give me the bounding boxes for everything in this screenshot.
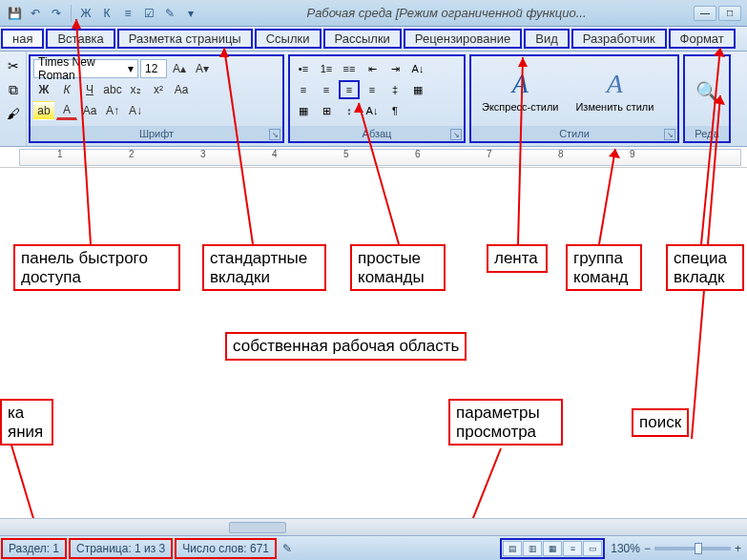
change-styles-label: Изменить стили [575,101,654,113]
annot-view-params: параметры просмотра [448,399,563,446]
spacing-button[interactable]: ↕ [339,101,360,120]
annot-special: специа вкладк [666,244,744,291]
quick-access-toolbar: 💾 ↶ ↷ Ж К ≡ ☑ ✎ ▾ [6,5,199,22]
window-controls: — □ [694,6,741,21]
save-icon[interactable]: 💾 [6,5,23,22]
status-section[interactable]: Раздел: 1 [1,538,67,559]
tab-page-layout[interactable]: Разметка страницы [117,29,253,49]
ribbon: ✂ ⧉ 🖌 Times New Roman▾ 12 A▴ A▾ Ж К Ч ab… [0,52,747,147]
status-page[interactable]: Страница: 1 из 3 [69,538,173,559]
spelling-icon[interactable]: ✎ [161,5,178,22]
tab-label: Ссылки [266,31,310,46]
grow-font-icon[interactable]: A▴ [169,59,190,78]
align-center-button[interactable]: ≡ [316,80,337,99]
cut-icon[interactable]: ✂ [2,55,25,76]
paragraph-launcher-icon[interactable]: ↘ [450,129,462,140]
zoom-out-button[interactable]: − [644,542,651,555]
status-words[interactable]: Число слов: 671 [175,538,277,559]
ruler-tick: 5 [343,149,349,159]
ruler-tick: 3 [200,149,206,159]
full-reading-view-button[interactable]: ▥ [523,541,542,556]
font-group: Times New Roman▾ 12 A▴ A▾ Ж К Ч abc x₂ x… [29,54,284,143]
print-layout-view-button[interactable]: ▤ [503,541,522,556]
outline-view-button[interactable]: ≡ [563,541,582,556]
tab-label: Рецензирование [415,31,510,46]
grow-font2-button[interactable]: A↑ [102,101,123,120]
font-size-combo[interactable]: 12 [140,59,167,78]
scrollbar-thumb[interactable] [229,522,286,533]
zoom-thumb[interactable] [695,543,702,554]
tab-review[interactable]: Рецензирование [404,29,522,49]
highlight-button[interactable]: ab [33,101,54,120]
font-launcher-icon[interactable]: ↘ [269,129,280,140]
strike-button[interactable]: abc [102,80,123,99]
line-spacing-button[interactable]: ‡ [384,80,405,99]
find-icon[interactable]: 🔍 [695,80,719,103]
list-icon[interactable]: ≡ [119,5,136,22]
annot-search: поиск [632,408,689,437]
ruler-tick: 4 [272,149,278,159]
bold-icon[interactable]: Ж [77,5,94,22]
styles-launcher-icon[interactable]: ↘ [664,129,675,140]
tab-developer[interactable]: Разработчик [571,29,667,49]
tab-home[interactable]: ная [1,29,44,49]
sort-button[interactable]: A↓ [407,59,428,78]
indent-inc-button[interactable]: ⇥ [384,59,405,78]
web-layout-view-button[interactable]: ▦ [543,541,562,556]
maximize-button[interactable]: □ [718,6,741,21]
tab-mailings[interactable]: Рассылки [323,29,402,49]
font-color-button[interactable]: A [56,101,77,120]
italic-icon[interactable]: К [98,5,115,22]
multilevel-button[interactable]: ≡≡ [339,59,360,78]
underline-button[interactable]: Ч [79,80,100,99]
zoom-in-button[interactable]: + [735,542,741,555]
window-title: Рабочая среда [Режим ограниченной функци… [199,6,694,20]
fill-button[interactable]: ⊞ [316,101,337,120]
annot-ribbon: лента [487,244,548,273]
change-styles-button[interactable]: A Изменить стили [568,59,661,123]
format-painter-icon[interactable]: 🖌 [2,103,25,124]
shrink-font2-button[interactable]: A↓ [125,101,146,120]
tab-label: Рассылки [335,31,390,46]
change-styles-glyph-icon: A [607,69,623,99]
annot-workarea: собственная рабочая область [225,332,467,361]
font-name-combo[interactable]: Times New Roman▾ [33,59,138,78]
tab-references[interactable]: Ссылки [255,29,322,49]
editing-group: 🔍 Реда [683,54,731,143]
justify-button[interactable]: ≡ [362,80,383,99]
clear-format-button[interactable]: Aa [79,101,100,120]
shrink-font-icon[interactable]: A▾ [192,59,213,78]
tab-format[interactable]: Формат [669,29,736,49]
sort2-button[interactable]: A↓ [362,101,383,120]
horizontal-scrollbar[interactable] [0,518,747,535]
shading-button[interactable]: ▦ [407,80,428,99]
align-right-button[interactable]: ≡ [339,80,360,99]
align-left-button[interactable]: ≡ [293,80,314,99]
quick-styles-button[interactable]: A Экспресс-стили [474,59,566,123]
tab-insert[interactable]: Вставка [46,29,114,49]
tab-view[interactable]: Вид [524,29,570,49]
horizontal-ruler[interactable]: 1 2 3 4 5 6 7 8 9 [0,147,747,168]
draft-view-button[interactable]: ▭ [583,541,602,556]
change-case-button[interactable]: Aa [171,80,192,99]
indent-dec-button[interactable]: ⇤ [362,59,383,78]
show-marks-button[interactable]: ¶ [384,101,405,120]
superscript-button[interactable]: x² [148,80,169,99]
customize-qat-icon[interactable]: ▾ [182,5,199,22]
zoom-slider[interactable] [654,547,731,550]
copy-icon[interactable]: ⧉ [2,79,25,100]
italic-button[interactable]: К [56,80,77,99]
bold-button[interactable]: Ж [33,80,54,99]
clipboard-group: ✂ ⧉ 🖌 [0,52,27,146]
borders-button[interactable]: ▦ [293,101,314,120]
redo-icon[interactable]: ↷ [48,5,65,22]
proofing-icon[interactable]: ✎ [278,542,297,555]
undo-icon[interactable]: ↶ [27,5,44,22]
check-icon[interactable]: ☑ [140,5,157,22]
minimize-button[interactable]: — [694,6,716,21]
subscript-button[interactable]: x₂ [125,80,146,99]
bullets-button[interactable]: •≡ [293,59,314,78]
numbering-button[interactable]: 1≡ [316,59,337,78]
annot-std-tabs: стандартные вкладки [202,244,326,291]
zoom-value[interactable]: 130% [611,542,640,555]
